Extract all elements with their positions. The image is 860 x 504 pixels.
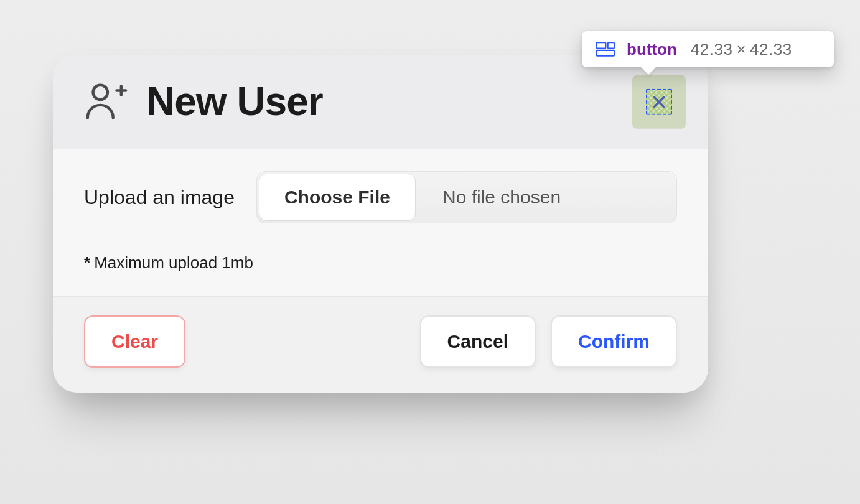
- svg-point-3: [93, 85, 108, 100]
- devtools-inspect-tooltip: button 42.33×42.33: [582, 31, 834, 67]
- tooltip-width: 42.33: [691, 40, 733, 58]
- tooltip-height: 42.33: [750, 40, 792, 58]
- upload-label: Upload an image: [84, 186, 235, 209]
- file-input[interactable]: Choose File No file chosen: [256, 171, 677, 223]
- dialog-header: New User: [53, 55, 708, 149]
- upload-hint: *Maximum upload 1mb: [84, 253, 677, 273]
- upload-row: Upload an image Choose File No file chos…: [84, 171, 677, 223]
- layout-icon: [596, 41, 615, 57]
- cancel-button[interactable]: Cancel: [420, 315, 536, 368]
- hint-asterisk: *: [84, 253, 90, 272]
- clear-button[interactable]: Clear: [84, 315, 185, 368]
- confirm-button[interactable]: Confirm: [551, 315, 677, 368]
- tooltip-element-tag: button: [627, 40, 677, 59]
- add-user-icon: [84, 80, 128, 123]
- new-user-dialog: New User Upload an image Choose File No …: [53, 55, 708, 393]
- close-icon: [651, 94, 667, 110]
- dialog-body: Upload an image Choose File No file chos…: [53, 149, 708, 296]
- close-button[interactable]: [646, 89, 672, 115]
- tooltip-times: ×: [732, 40, 750, 58]
- hint-text: Maximum upload 1mb: [94, 253, 253, 272]
- svg-rect-1: [608, 42, 614, 48]
- svg-rect-2: [596, 50, 614, 56]
- svg-rect-0: [596, 42, 605, 48]
- choose-file-button[interactable]: Choose File: [259, 174, 416, 221]
- dialog-title: New User: [146, 78, 323, 124]
- dialog-footer: Clear Cancel Confirm: [53, 296, 708, 393]
- tooltip-dimensions: 42.33×42.33: [691, 40, 792, 59]
- file-chosen-status: No file chosen: [418, 172, 676, 223]
